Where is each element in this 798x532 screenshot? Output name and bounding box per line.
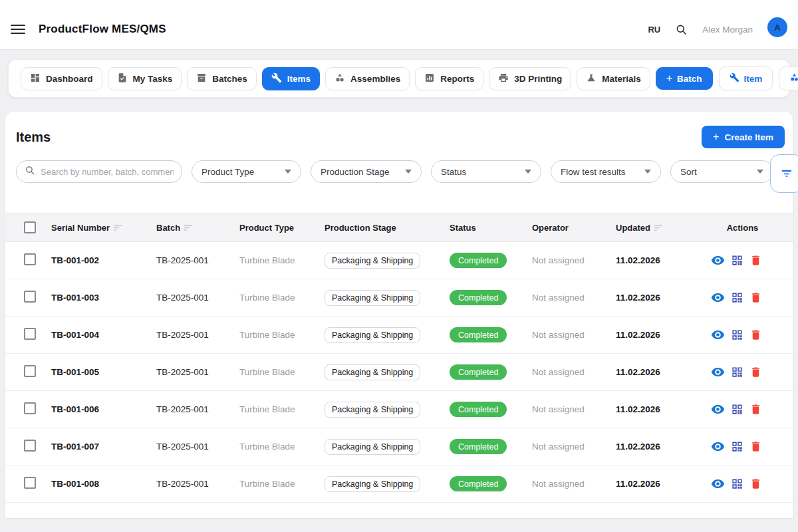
delete-item-button[interactable]	[749, 403, 762, 416]
view-item-button[interactable]	[711, 253, 725, 267]
row-checkbox[interactable]	[24, 328, 36, 340]
tab-materials[interactable]: Materials	[577, 67, 650, 90]
main-content: Items + Create Item Product Type Product…	[5, 112, 793, 518]
cell-updated: 11.02.2026	[616, 479, 711, 489]
row-checkbox[interactable]	[24, 253, 36, 265]
qr-code-button[interactable]	[731, 366, 743, 378]
qr-code-button[interactable]	[731, 477, 743, 490]
column-label: Updated	[616, 223, 650, 233]
tab-my-tasks[interactable]: My Tasks	[108, 67, 182, 90]
plus-icon: +	[713, 132, 719, 142]
add-item-button[interactable]: Item	[719, 66, 773, 90]
chevron-down-icon	[644, 170, 651, 174]
row-checkbox[interactable]	[24, 440, 36, 452]
view-item-button[interactable]	[711, 477, 725, 491]
tab-items[interactable]: Items	[262, 67, 320, 90]
items-table: Serial Number Batch Product Type Product…	[5, 213, 793, 503]
column-production-stage: Production Stage	[325, 223, 450, 233]
tab-dashboard[interactable]: Dashboard	[21, 67, 102, 90]
delete-item-button[interactable]	[749, 254, 762, 267]
delete-item-button[interactable]	[749, 329, 762, 341]
cell-batch: TB-2025-001	[156, 367, 239, 377]
production-stage-chip: Packaging & Shipping	[325, 253, 420, 269]
delete-item-button[interactable]	[749, 477, 762, 490]
language-selector[interactable]: RU	[648, 25, 660, 35]
select-all-checkbox[interactable]	[24, 221, 36, 233]
tab-assemblies[interactable]: Assemblies	[325, 67, 410, 90]
cell-serial-number: TB-001-008	[51, 479, 156, 489]
cell-batch: TB-2025-001	[156, 442, 239, 452]
create-item-button[interactable]: + Create Item	[702, 126, 785, 148]
top-app-bar: ProductFlow MES/QMS RU Alex Morgan A	[0, 0, 798, 50]
tab-reports[interactable]: Reports	[415, 67, 483, 90]
cell-batch: TB-2025-001	[156, 479, 239, 489]
cell-serial-number: TB-001-002	[51, 255, 156, 265]
tab-3d-printing[interactable]: 3D Printing	[489, 67, 571, 90]
cell-serial-number: TB-001-005	[51, 367, 156, 377]
qr-code-button[interactable]	[731, 440, 743, 453]
row-checkbox[interactable]	[24, 402, 36, 414]
column-label: Actions	[727, 223, 759, 233]
search-input[interactable]	[41, 167, 174, 177]
column-updated[interactable]: Updated	[616, 223, 711, 233]
row-checkbox[interactable]	[24, 291, 36, 303]
column-label: Batch	[156, 223, 180, 233]
qr-code-button[interactable]	[731, 329, 743, 341]
view-item-button[interactable]	[711, 291, 725, 305]
delete-item-button[interactable]	[749, 366, 762, 378]
production-stage-filter[interactable]: Production Stage	[311, 160, 422, 183]
column-label: Product Type	[239, 223, 294, 233]
view-item-button[interactable]	[711, 402, 725, 416]
materials-icon	[586, 72, 597, 85]
cell-batch: TB-2025-001	[156, 404, 239, 414]
advanced-filter-button[interactable]	[770, 154, 798, 193]
column-batch[interactable]: Batch	[156, 223, 239, 233]
button-label: Item	[744, 74, 763, 84]
row-checkbox[interactable]	[24, 365, 36, 377]
cell-product-type: Turbine Blade	[239, 442, 325, 452]
cell-product-type: Turbine Blade	[239, 404, 325, 414]
sort-filter[interactable]: Sort	[670, 160, 773, 183]
column-status: Status	[450, 223, 532, 233]
product-type-filter[interactable]: Product Type	[192, 160, 301, 183]
column-label: Serial Number	[51, 223, 110, 233]
tab-batches[interactable]: Batches	[187, 67, 257, 90]
view-item-button[interactable]	[711, 440, 725, 454]
wrench-icon	[730, 72, 739, 84]
view-item-button[interactable]	[711, 328, 725, 342]
tab-label: My Tasks	[133, 74, 173, 84]
menu-icon[interactable]	[11, 25, 25, 34]
search-icon[interactable]	[675, 23, 688, 36]
qr-code-button[interactable]	[731, 291, 743, 304]
dropdown-label: Product Type	[201, 167, 254, 177]
button-label: Batch	[677, 74, 702, 84]
avatar[interactable]: A	[767, 17, 787, 37]
status-badge: Completed	[450, 476, 507, 491]
cell-product-type: Turbine Blade	[239, 293, 325, 303]
status-filter[interactable]: Status	[431, 160, 541, 183]
column-operator: Operator	[532, 223, 616, 233]
nav-bar: Dashboard My Tasks Batches Items Assembl…	[8, 59, 790, 98]
search-box[interactable]	[16, 160, 182, 183]
add-batch-button[interactable]: + Batch	[656, 67, 713, 90]
flow-test-results-filter[interactable]: Flow test results	[551, 160, 661, 183]
cell-serial-number: TB-001-007	[51, 442, 156, 452]
cell-operator: Not assigned	[532, 479, 616, 489]
cell-updated: 11.02.2026	[616, 293, 711, 303]
row-checkbox[interactable]	[24, 477, 36, 489]
chevron-down-icon	[405, 170, 412, 174]
delete-item-button[interactable]	[749, 440, 762, 453]
add-assembly-button[interactable]: Assembly	[779, 66, 798, 90]
column-serial-number[interactable]: Serial Number	[51, 223, 156, 233]
delete-item-button[interactable]	[749, 291, 762, 304]
column-actions: Actions	[711, 223, 774, 233]
cell-serial-number: TB-001-004	[51, 330, 156, 340]
user-name: Alex Morgan	[702, 25, 753, 35]
cell-batch: TB-2025-001	[156, 255, 239, 265]
column-product-type: Product Type	[239, 223, 325, 233]
sort-icon	[654, 225, 663, 231]
qr-code-button[interactable]	[731, 254, 743, 267]
production-stage-chip: Packaging & Shipping	[325, 402, 420, 418]
view-item-button[interactable]	[711, 365, 725, 379]
qr-code-button[interactable]	[731, 403, 743, 416]
